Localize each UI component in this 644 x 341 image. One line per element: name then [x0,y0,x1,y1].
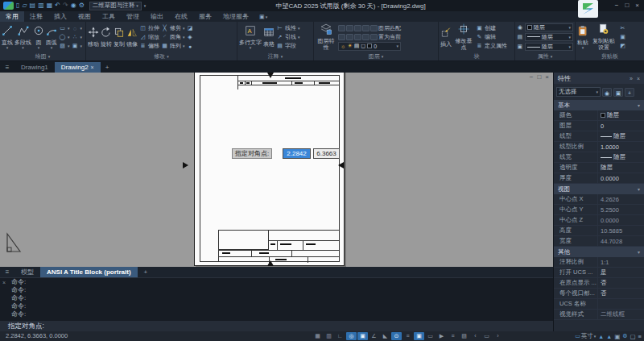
property-row-ucs-per-viewport[interactable]: 每个视口都...否 [554,289,644,299]
toggle-pickadd-icon[interactable]: ◉ [602,88,612,97]
property-row-height[interactable]: 高度10.5885 [554,226,644,236]
panel-label-clipboard[interactable]: 剪贴板 [576,52,644,60]
minimize-button[interactable]: − [615,1,619,10]
layer-tool-icon[interactable] [346,34,353,40]
mtext-button[interactable]: A 多行文字 ▾ [239,25,262,49]
property-row-layer[interactable]: 图层0 [554,121,644,131]
region-button[interactable]: ▣▾ [72,42,83,50]
section-other[interactable]: 其他▾ [554,247,644,257]
panel-label-layer[interactable]: 图层▾ [314,52,438,60]
layer-plot-icon[interactable]: ▤ [354,43,360,49]
arc-button[interactable]: 圆弧 ▾ [46,25,57,49]
quick-view-icon[interactable]: ▭ [481,332,492,340]
selection-dropdown[interactable]: 无选择▾ [556,87,601,97]
property-row-annotation-scale[interactable]: 注释比例1:1 [554,257,644,268]
app-logo-icon[interactable] [3,2,14,10]
command-input-line[interactable]: 指定对角点: [0,321,553,331]
select-objects-icon[interactable]: ▣ [613,88,623,97]
copy-button[interactable]: 复制 [114,27,125,48]
property-row-ucs-origin[interactable]: 在原点显示 ...否 [554,278,644,289]
close-tab-icon[interactable]: × [91,62,94,73]
layer-dropdown[interactable]: ☼ ☀ ▤ ◻ 0 ▾ [338,42,401,51]
trim-button[interactable]: ╳修剪▾ [161,24,185,32]
property-row-color[interactable]: 颜色随层 [554,110,644,121]
doc-tab-drawing1[interactable]: Drawing1 [14,62,55,73]
paste-button[interactable]: 粘贴 ▾ [577,25,588,49]
revcloud-button[interactable]: ◌▾ [72,24,83,32]
save-icon[interactable]: ▤ [30,2,36,10]
layer-tool-icon[interactable] [370,25,378,31]
close-palette-icon[interactable]: × [637,76,640,81]
explode-button[interactable]: ◈ [187,33,194,41]
tab-geo[interactable]: 地理服务 [217,11,254,22]
properties-palette-header[interactable]: 特性 » × [554,73,644,84]
edit-base-point-button[interactable]: 修改基点 [453,23,474,51]
help-icon[interactable]: ◉ [71,2,76,10]
brush-button[interactable]: ◩ [619,42,626,50]
isolate-objects-toggle[interactable]: ▨ [459,332,469,340]
fullscreen-icon[interactable]: ▢ [630,333,636,340]
ellipse-button[interactable]: ◯▾ [59,33,70,41]
section-view[interactable]: 视图▾ [554,184,644,194]
line-button[interactable]: 直线 ▾ [2,25,13,49]
tab-view[interactable]: 视图 [72,11,97,22]
close-button[interactable]: × [635,1,639,10]
dynamic-input-x-field[interactable]: 2.2842 [283,148,311,159]
tab-insert[interactable]: 插入 [48,11,72,22]
property-row-visual-style[interactable]: 视觉样式二维线框 [554,310,644,320]
fillet-button[interactable]: ◜圆角▾ [161,33,185,41]
panel-label-block[interactable]: 块 [439,52,514,60]
scale-button[interactable]: ◿缩放 [139,33,159,41]
layout-tab-ansi-a[interactable]: ANSI A Title Block (portrait) [40,267,138,277]
annotation-visibility-toggle[interactable]: ▭ [425,332,436,340]
offset-button[interactable]: ≣偏移 [139,42,159,50]
linear-dimension-button[interactable]: ⊢线性▾ [276,24,300,32]
set-current-layer-button[interactable]: 置为当前 [378,33,401,41]
unit-dropdown[interactable]: ▭英寸▾ [575,332,596,340]
section-basic[interactable]: 基本▾ [554,100,644,110]
object-color-dropdown[interactable]: 随层▾ [525,23,573,31]
next-control-icon[interactable]: › [493,332,503,340]
lineweight-display-toggle[interactable]: ≡ [402,332,413,340]
insert-block-button[interactable]: 插入 [440,27,452,48]
plot-icon[interactable]: ▦ [47,2,53,10]
property-row-ltscale[interactable]: 线型比例1.0000 [554,142,644,152]
layout-tab-model[interactable]: 模型 [14,267,40,277]
erase-button[interactable]: ◪ [187,24,194,32]
property-row-center-x[interactable]: 中心点 X4.2626 [554,194,644,205]
tab-annotate[interactable]: 注释 [24,11,48,22]
annotation-scale-icon[interactable]: ▲ [598,334,604,339]
array-button[interactable]: ▦阵列▾ [161,42,185,50]
define-attributes-button[interactable]: ≣定义属性 [476,42,507,50]
rotate-button[interactable]: 旋转 [101,27,112,48]
layer-properties-button[interactable]: 图层特性 [316,23,336,51]
dynamic-input-y-field[interactable]: 6.3663 [313,148,340,159]
customize-status-icon[interactable]: ≡ [638,333,642,340]
layer-lock-icon[interactable]: ◻ [361,43,365,49]
tab-tools[interactable]: 工具 [97,11,121,22]
new-drawing-tab-button[interactable]: + [101,62,114,73]
layer-on-icon[interactable]: ☼ [341,44,345,49]
property-row-width[interactable]: 宽度44.7028 [554,236,644,247]
panel-label-annotate[interactable]: 注释▾ [237,52,313,60]
workspace-switch-gear-icon[interactable]: ⚙ [622,333,627,339]
copy-paste-settings-button[interactable]: 复制粘贴设置 [590,23,617,51]
doc-minimize-icon[interactable]: − [530,73,534,81]
selection-cycling-toggle[interactable]: ▶ [436,332,447,340]
quick-properties-toggle[interactable]: ≡ [448,332,458,340]
layer-tool-icon[interactable] [362,25,369,31]
tab-manage[interactable]: 管理 [121,11,145,22]
redo-icon[interactable]: ↷ [63,2,68,10]
pin-icon[interactable]: » [630,76,633,81]
panel-label-draw[interactable]: 绘图▾ [0,52,85,60]
save-as-icon[interactable]: ▥ [38,2,44,10]
new-file-icon[interactable]: ▯ [16,2,19,10]
table-button[interactable]: 表格 [263,27,275,48]
property-row-center-y[interactable]: 中心点 Y5.2500 [554,205,644,215]
mirror-button[interactable]: 镜像 [126,27,138,48]
object-snap-tracking-toggle[interactable]: ▣ [357,332,368,340]
layer-thaw-icon[interactable]: ☀ [347,43,352,49]
property-row-thickness[interactable]: 厚度0.0000 [554,173,644,184]
property-row-ucs-on[interactable]: 打开 UCS ...是 [554,268,644,278]
lineweight-dropdown[interactable]: 随层▾ [525,33,573,41]
